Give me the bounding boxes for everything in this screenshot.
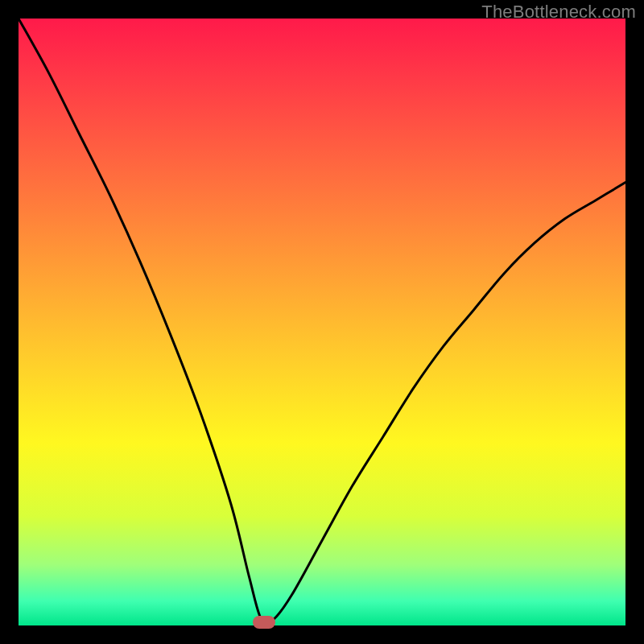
optimal-marker bbox=[253, 616, 275, 629]
watermark-text: TheBottleneck.com bbox=[481, 2, 636, 23]
plot-area bbox=[19, 19, 625, 625]
bottleneck-curve bbox=[19, 19, 625, 625]
